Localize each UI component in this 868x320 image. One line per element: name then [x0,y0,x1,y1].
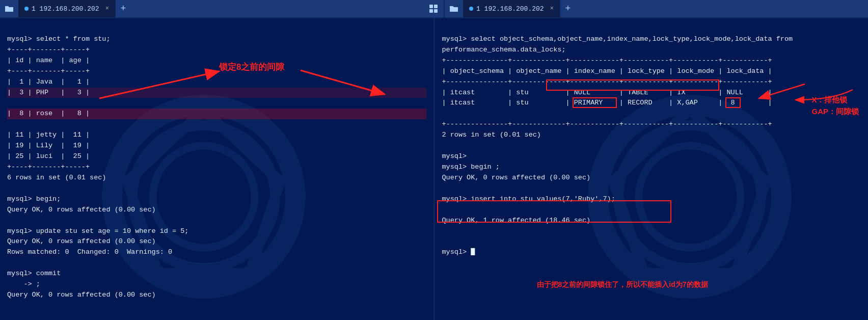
right-line-blank2 [442,184,446,192]
left-line-20: Query OK, 0 rows affected (0.00 sec) [7,291,156,299]
left-line-11: +----+-------+-----+ [7,163,90,171]
left-line-blank1 [7,184,11,192]
left-line-8: | 11 | jetty | 11 | [7,131,90,139]
tab-bar-right: 1 192.168.200.202 × + [445,0,868,17]
left-line-14: Query OK, 0 rows affected (0.00 sec) [7,206,156,214]
left-line-6: | 3 | PHP | 3 | [7,88,426,98]
left-line-4: +----+-------+-----+ [7,67,90,75]
svg-rect-2 [429,9,433,13]
tab-left[interactable]: 1 192.168.200.202 × [18,0,116,17]
tab-bar: 1 192.168.200.202 × + 1 192.168.200.202 … [0,0,868,18]
left-terminal-pane[interactable]: mysql> select * from stu; +----+-------+… [0,18,435,320]
right-line-4: | object_schema | object_name | index_na… [442,67,772,75]
folder-icon-right[interactable] [445,0,463,17]
left-line-5: | 1 | Java | 1 | [7,78,90,86]
right-line-7: | itcast | stu | PRIMARY | RECORD | X,GA… [442,98,861,109]
tab-dot-left [24,7,29,11]
left-line-15: mysql> update stu set age = 10 where id … [7,227,188,235]
right-line-8: +---------------+-------------+---------… [442,120,772,128]
svg-rect-1 [434,5,438,8]
annotation-bottom: 由于把8之前的间隙锁住了，所以不能插入id为7的数据 [537,279,708,290]
tab-add-left[interactable]: + [116,0,131,17]
tab-close-right[interactable]: × [550,5,554,12]
right-terminal-pane[interactable]: mysql> select object_schema,object_name,… [435,18,869,320]
left-line-13: mysql> begin; [7,195,61,203]
svg-rect-0 [429,5,433,8]
left-line-19: -> ; [7,280,40,288]
left-line-3: | id | name | age | [7,57,90,64]
right-line-1: mysql> select object_schema,object_name,… [442,35,793,43]
tab-right[interactable]: 1 192.168.200.202 × [463,0,560,17]
left-line-7: | 8 | rose | 8 | [7,109,426,119]
left-line-10: | 25 | luci | 25 | [7,152,90,160]
right-terminal-text: mysql> select object_schema,object_name,… [442,23,861,269]
right-line-5: +---------------+-------------+---------… [442,78,772,86]
left-line-2: +----+-------+-----+ [7,46,90,54]
right-line-11: mysql> begin ; [442,163,500,171]
right-line-12: Query OK, 0 rows affected (0.00 sec) [442,174,591,181]
tab-bar-left: 1 192.168.200.202 × + [0,0,423,17]
tab-title-right: 1 192.168.200.202 [476,5,544,13]
right-line-6: | itcast | stu | NULL | TABLE | IX | NUL… [442,89,772,96]
tab-close-left[interactable]: × [105,5,109,12]
left-line-blank3 [7,259,11,266]
right-line-9: 2 rows in set (0.01 sec) [442,131,541,139]
right-line-10: mysql> [442,152,467,160]
tab-title-left: 1 192.168.200.202 [32,5,99,13]
grid-icon[interactable] [423,0,444,17]
left-line-1: mysql> select * from stu; [7,35,111,43]
left-line-9: | 19 | Lily | 19 | [7,142,90,149]
left-line-12: 6 rows in set (0.01 sec) [7,174,106,181]
left-line-18: mysql> commit [7,270,61,277]
note-bottom: 由于把8之前的间隙锁住了，所以不能插入id为7的数据 [537,280,708,288]
left-line-16: Query OK, 0 rows affected (0.00 sec) [7,237,156,245]
right-line-blank3 [442,237,446,245]
tab-add-right[interactable]: + [560,0,576,17]
right-line-13: mysql> insert into stu values(7,'Ruby',7… [442,194,861,205]
right-line-blank1 [442,142,446,149]
left-line-blank2 [7,217,11,224]
folder-icon-left[interactable] [0,0,18,17]
right-line-2: performance_schema.data_locks; [442,46,566,54]
svg-rect-3 [434,9,438,13]
right-line-15: mysql> █ [442,248,475,256]
right-line-3: +---------------+-------------+---------… [442,57,772,64]
main-area: mysql> select * from stu; +----+-------+… [0,18,868,320]
tab-dot-right [469,7,473,11]
left-terminal-text: mysql> select * from stu; +----+-------+… [7,23,426,311]
right-line-14: Query OK, 1 row affected (18.46 sec) [442,216,861,226]
left-line-17: Rows matched: 0 Changed: 0 Warnings: 0 [7,248,172,256]
